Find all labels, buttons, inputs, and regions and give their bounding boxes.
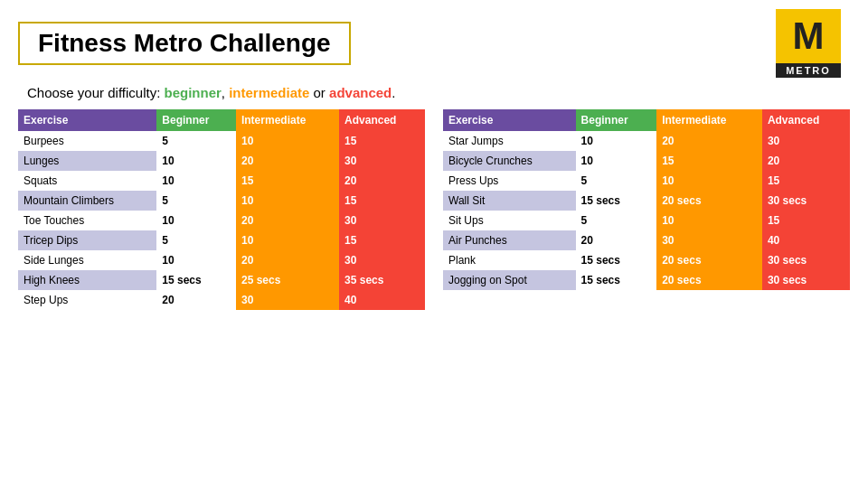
table2-col-advanced: Advanced	[762, 109, 850, 131]
cell-beginner: 5	[576, 211, 657, 230]
table-row: Star Jumps102030	[443, 131, 850, 151]
table-row: Mountain Climbers51015	[18, 191, 425, 211]
cell-beginner: 15 secs	[576, 270, 657, 290]
table2-header-row: Exercise Beginner Intermediate Advanced	[443, 109, 850, 131]
cell-advanced: 15	[339, 230, 425, 250]
cell-intermediate: 20 secs	[656, 250, 762, 270]
cell-exercise: Lunges	[18, 151, 156, 171]
cell-advanced: 30 secs	[762, 250, 850, 270]
subtitle-comma: ,	[222, 85, 229, 100]
cell-beginner: 20	[576, 230, 657, 250]
metro-logo: M METRO	[776, 9, 841, 78]
cell-intermediate: 15	[656, 151, 762, 171]
table-row: Sit Ups51015	[443, 211, 850, 230]
metro-logo-m: M	[776, 9, 841, 63]
cell-intermediate: 20	[236, 211, 339, 230]
cell-exercise: Step Ups	[18, 290, 156, 310]
subtitle-suffix: .	[392, 85, 395, 100]
cell-advanced: 40	[762, 230, 850, 250]
page-wrapper: Fitness Metro Challenge M METRO Choose y…	[0, 0, 868, 488]
table1-col-advanced: Advanced	[339, 109, 425, 131]
cell-intermediate: 30	[656, 230, 762, 250]
cell-intermediate: 10	[236, 230, 339, 250]
table-row: Press Ups51015	[443, 171, 850, 191]
cell-intermediate: 20 secs	[656, 191, 762, 211]
table2-col-beginner: Beginner	[576, 109, 657, 131]
subtitle-beginner: beginner	[164, 85, 221, 100]
cell-exercise: Squats	[18, 171, 156, 191]
cell-beginner: 5	[156, 131, 236, 151]
cell-beginner: 15 secs	[576, 250, 657, 270]
table-row: High Knees15 secs25 secs35 secs	[18, 270, 425, 290]
cell-beginner: 15 secs	[576, 191, 657, 211]
table-row: Tricep Dips51015	[18, 230, 425, 250]
table1-col-beginner: Beginner	[156, 109, 236, 131]
subtitle-intermediate: intermediate	[229, 85, 309, 100]
cell-exercise: Press Ups	[443, 171, 576, 191]
table1-header-row: Exercise Beginner Intermediate Advanced	[18, 109, 425, 131]
table1-col-intermediate: Intermediate	[236, 109, 339, 131]
cell-intermediate: 10	[236, 131, 339, 151]
tables-row: Exercise Beginner Intermediate Advanced …	[18, 109, 850, 479]
cell-beginner: 10	[576, 151, 657, 171]
cell-advanced: 15	[339, 131, 425, 151]
cell-advanced: 30	[339, 250, 425, 270]
cell-beginner: 5	[156, 191, 236, 211]
table-row: Plank15 secs20 secs30 secs	[443, 250, 850, 270]
table-row: Air Punches203040	[443, 230, 850, 250]
table2-col-exercise: Exercise	[443, 109, 576, 131]
cell-exercise: Jogging on Spot	[443, 270, 576, 290]
table1-body: Burpees51015Lunges102030Squats101520Moun…	[18, 131, 425, 310]
page-title: Fitness Metro Challenge	[38, 29, 331, 58]
cell-exercise: Tricep Dips	[18, 230, 156, 250]
cell-exercise: Side Lunges	[18, 250, 156, 270]
table-row: Wall Sit15 secs20 secs30 secs	[443, 191, 850, 211]
cell-intermediate: 20 secs	[656, 270, 762, 290]
table-row: Step Ups203040	[18, 290, 425, 310]
cell-advanced: 15	[762, 211, 850, 230]
cell-beginner: 10	[156, 211, 236, 230]
cell-exercise: Toe Touches	[18, 211, 156, 230]
table2-body: Star Jumps102030Bicycle Crunches101520Pr…	[443, 131, 850, 290]
cell-intermediate: 30	[236, 290, 339, 310]
table1: Exercise Beginner Intermediate Advanced …	[18, 109, 425, 310]
cell-beginner: 10	[156, 171, 236, 191]
table-row: Lunges102030	[18, 151, 425, 171]
cell-intermediate: 10	[236, 191, 339, 211]
cell-intermediate: 15	[236, 171, 339, 191]
cell-intermediate: 25 secs	[236, 270, 339, 290]
cell-intermediate: 20	[236, 250, 339, 270]
table-row: Side Lunges102030	[18, 250, 425, 270]
table2: Exercise Beginner Intermediate Advanced …	[443, 109, 850, 290]
cell-exercise: Plank	[443, 250, 576, 270]
metro-logo-text: METRO	[776, 63, 841, 78]
subtitle-prefix: Choose your difficulty:	[27, 85, 164, 100]
subtitle-advanced: advanced	[329, 85, 392, 100]
cell-beginner: 5	[576, 171, 657, 191]
cell-advanced: 30	[339, 211, 425, 230]
cell-beginner: 10	[576, 131, 657, 151]
table-row: Jogging on Spot15 secs20 secs30 secs	[443, 270, 850, 290]
cell-exercise: High Knees	[18, 270, 156, 290]
table1-wrap: Exercise Beginner Intermediate Advanced …	[18, 109, 425, 479]
table-row: Bicycle Crunches101520	[443, 151, 850, 171]
cell-beginner: 5	[156, 230, 236, 250]
cell-exercise: Star Jumps	[443, 131, 576, 151]
cell-advanced: 15	[762, 171, 850, 191]
cell-advanced: 20	[762, 151, 850, 171]
cell-advanced: 40	[339, 290, 425, 310]
subtitle: Choose your difficulty: beginner, interm…	[27, 85, 850, 100]
cell-exercise: Bicycle Crunches	[443, 151, 576, 171]
cell-exercise: Wall Sit	[443, 191, 576, 211]
table-row: Squats101520	[18, 171, 425, 191]
cell-beginner: 20	[156, 290, 236, 310]
cell-intermediate: 10	[656, 171, 762, 191]
table2-col-intermediate: Intermediate	[656, 109, 762, 131]
cell-beginner: 15 secs	[156, 270, 236, 290]
cell-beginner: 10	[156, 151, 236, 171]
header-row: Fitness Metro Challenge M METRO	[18, 9, 850, 78]
cell-exercise: Sit Ups	[443, 211, 576, 230]
cell-exercise: Air Punches	[443, 230, 576, 250]
cell-intermediate: 20	[236, 151, 339, 171]
cell-advanced: 15	[339, 191, 425, 211]
